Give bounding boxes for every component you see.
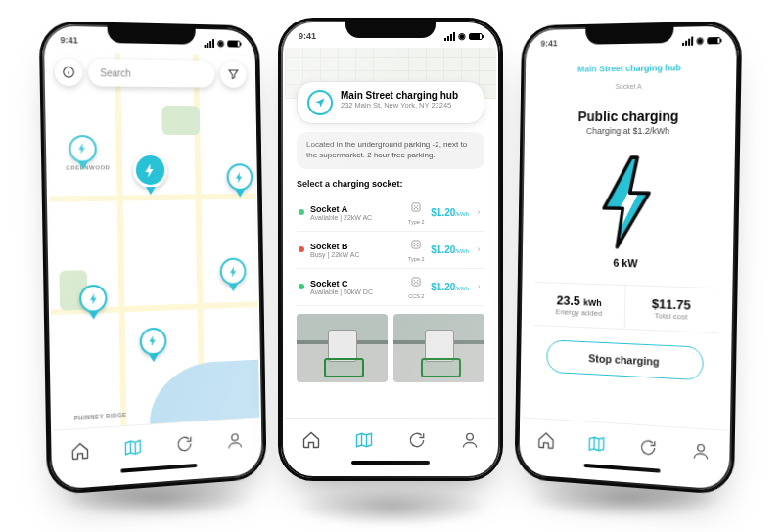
wifi-icon: ◉ — [217, 38, 225, 48]
svg-point-17 — [414, 280, 415, 281]
chevron-right-icon: › — [475, 244, 483, 254]
status-dot — [299, 284, 304, 289]
map-view[interactable]: GREENWOOD PHINNEY RIDGE Search — [46, 52, 259, 430]
energy-value: 23.5 — [557, 292, 580, 308]
signal-icon — [204, 38, 214, 47]
home-indicator — [285, 461, 496, 474]
svg-point-12 — [417, 243, 418, 244]
nav-home[interactable] — [301, 430, 321, 450]
svg-point-19 — [414, 283, 415, 284]
svg-point-14 — [417, 245, 418, 246]
info-button[interactable] — [55, 58, 83, 86]
hub-description: Located in the underground parking -2, n… — [297, 132, 484, 169]
current-power: 6 kW — [535, 254, 719, 271]
charging-rate: Charging at $1.2/kWh — [537, 126, 721, 136]
svg-point-15 — [416, 244, 417, 244]
plug-icon: Type 2 — [407, 200, 425, 225]
nav-refresh[interactable] — [175, 433, 195, 454]
filter-button[interactable] — [220, 61, 247, 88]
phone-notch — [585, 25, 673, 45]
socket-price: $1.20/kWh — [431, 244, 469, 255]
charger-pin[interactable] — [138, 327, 167, 365]
status-time: 9:41 — [540, 38, 557, 48]
svg-point-8 — [417, 208, 418, 209]
socket-detail: Available | 22kW AC — [310, 214, 401, 221]
stop-charging-button[interactable]: Stop charging — [546, 339, 704, 380]
svg-point-11 — [414, 243, 415, 244]
svg-point-13 — [414, 245, 415, 246]
nav-profile[interactable] — [460, 430, 480, 450]
svg-point-20 — [417, 283, 418, 284]
bottom-nav — [285, 418, 496, 461]
socket-row[interactable]: Socket CAvailable | 50kW DCCCS 2$1.20/kW… — [297, 269, 484, 306]
socket-detail: Busy | 22kW AC — [310, 251, 401, 258]
status-dot — [299, 209, 304, 215]
charger-pin[interactable] — [78, 285, 109, 324]
status-time: 9:41 — [299, 31, 316, 41]
socket-price: $1.20/kWh — [431, 282, 469, 292]
svg-point-3 — [232, 433, 238, 440]
hub-photo-row — [297, 314, 484, 382]
phone-map: 9:41 ◉ GREENWOOD PHINNEY RIDGE — [39, 21, 267, 495]
svg-point-21 — [416, 281, 417, 282]
socket-row[interactable]: Socket AAvailable | 22kW ACType 2$1.20/k… — [297, 195, 484, 232]
svg-point-18 — [417, 280, 418, 281]
chevron-right-icon: › — [475, 282, 483, 291]
hub-photo[interactable] — [297, 314, 388, 382]
bolt-icon — [535, 154, 720, 254]
battery-icon — [469, 33, 483, 40]
select-socket-heading: Select a charging socket: — [297, 179, 484, 189]
socket-detail: Available | 50kW DC — [310, 288, 401, 295]
session-stats: 23.5 kWh Energy added $11.75 Total cost — [534, 282, 718, 333]
nav-profile[interactable] — [691, 440, 712, 462]
wifi-icon: ◉ — [458, 31, 466, 41]
phone-notch — [345, 21, 436, 38]
status-dot — [299, 246, 304, 252]
socket-price: $1.20/kWh — [431, 207, 469, 218]
charger-pin[interactable] — [219, 258, 248, 295]
plug-icon: CCS 2 — [407, 275, 425, 299]
nav-refresh[interactable] — [638, 436, 658, 457]
page-title: Public charging — [537, 109, 721, 125]
nav-refresh[interactable] — [407, 430, 427, 450]
hub-name: Main Street charging hub — [341, 90, 458, 101]
chevron-right-icon: › — [475, 207, 483, 217]
nav-home[interactable] — [536, 430, 555, 451]
svg-point-6 — [417, 205, 418, 206]
svg-point-22 — [467, 433, 474, 440]
phone-notch — [108, 25, 196, 45]
signal-icon — [444, 32, 455, 41]
nav-map[interactable] — [587, 433, 607, 454]
socket-row[interactable]: Socket BBusy | 22kW ACType 2$1.20/kWh› — [297, 232, 484, 269]
charger-pin[interactable] — [225, 163, 253, 200]
socket-name: Socket A — [310, 204, 401, 214]
svg-point-7 — [414, 208, 415, 209]
socket-name: Socket C — [310, 279, 401, 288]
hub-header-card[interactable]: Main Street charging hub 232 Main St, Ne… — [297, 81, 484, 124]
svg-point-9 — [416, 206, 417, 207]
svg-point-5 — [414, 205, 415, 206]
battery-icon — [227, 40, 240, 47]
socket-name: Socket B — [310, 242, 401, 251]
nav-map[interactable] — [354, 430, 374, 450]
charger-pin-selected[interactable] — [130, 153, 169, 201]
signal-icon — [682, 36, 693, 45]
phone-charging-session: 9:41 ◉ Main Street charging hub Socket A… — [514, 21, 742, 495]
hub-photo[interactable] — [393, 314, 484, 382]
phone-hub-detail: 9:41 ◉ Main Street charging hub 232 Main… — [278, 18, 503, 481]
charger-pin[interactable] — [68, 135, 98, 173]
wifi-icon: ◉ — [696, 35, 704, 45]
nav-home[interactable] — [70, 440, 91, 462]
search-input[interactable]: Search — [88, 59, 215, 88]
plug-icon: Type 2 — [407, 238, 425, 262]
socket-label: Socket A — [615, 83, 641, 90]
svg-point-23 — [698, 444, 705, 451]
hub-link[interactable]: Main Street charging hub — [577, 63, 681, 73]
nav-profile[interactable] — [225, 430, 244, 451]
nav-map[interactable] — [123, 436, 143, 457]
hub-address: 232 Main St, New York, NY 23245 — [341, 101, 458, 110]
navigate-icon — [307, 90, 333, 115]
battery-icon — [707, 37, 720, 44]
status-time: 9:41 — [60, 35, 77, 46]
